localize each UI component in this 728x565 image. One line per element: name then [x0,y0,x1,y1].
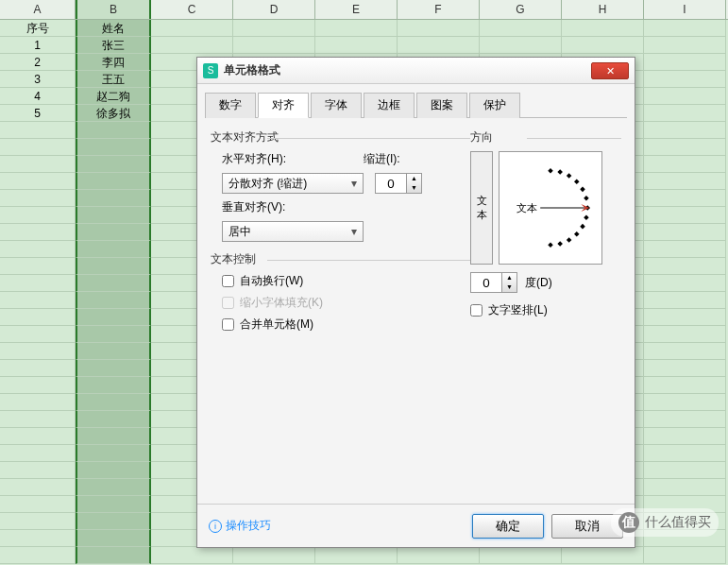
cell[interactable] [0,479,76,496]
cell[interactable] [76,122,151,139]
cell[interactable] [76,326,151,343]
cell[interactable] [76,513,151,530]
cell[interactable] [644,462,726,479]
cell[interactable] [76,547,151,564]
cell[interactable]: 姓名 [76,20,151,37]
cell[interactable] [76,224,151,241]
col-header-A[interactable]: A [0,0,76,19]
cell[interactable] [76,496,151,513]
cell[interactable] [398,547,480,564]
cell[interactable]: 3 [0,71,76,88]
tab-pattern[interactable]: 图案 [416,93,467,118]
cell[interactable] [562,37,644,54]
cell[interactable] [151,547,233,564]
cell[interactable] [76,292,151,309]
col-header-C[interactable]: C [151,0,233,19]
cell[interactable] [0,292,76,309]
tab-number[interactable]: 数字 [205,93,256,118]
cell[interactable] [76,411,151,428]
cell[interactable] [398,37,480,54]
cell[interactable] [644,173,726,190]
cell[interactable] [315,547,398,564]
cell[interactable] [76,139,151,156]
degree-spinner[interactable] [470,272,502,293]
cell[interactable] [644,309,726,326]
cell[interactable] [644,139,726,156]
cell[interactable] [644,241,726,258]
cell[interactable] [644,292,726,309]
cell[interactable] [480,20,562,37]
cell[interactable] [0,411,76,428]
cell[interactable] [644,275,726,292]
cell[interactable] [644,343,726,360]
cell[interactable] [562,20,644,37]
cell[interactable] [0,360,76,377]
cell[interactable] [233,20,315,37]
cell[interactable] [0,156,76,173]
cell[interactable] [76,343,151,360]
cell[interactable] [233,37,315,54]
cell[interactable] [644,326,726,343]
cell[interactable] [644,377,726,394]
wrap-checkbox[interactable]: 自动换行(W) [222,273,470,289]
cell[interactable]: 1 [0,37,76,54]
cell[interactable] [0,530,76,547]
cell[interactable] [76,241,151,258]
cell[interactable] [644,37,726,54]
tab-alignment[interactable]: 对齐 [258,93,309,118]
cell[interactable] [0,445,76,462]
cell[interactable] [76,258,151,275]
cell[interactable] [76,394,151,411]
tab-protect[interactable]: 保护 [469,93,520,118]
indent-spinner-buttons[interactable]: ▲▼ [407,173,422,194]
col-header-I[interactable]: I [644,0,726,19]
cell[interactable] [644,547,726,564]
cell[interactable]: 2 [0,54,76,71]
cell[interactable] [644,258,726,275]
cell[interactable] [76,360,151,377]
cell[interactable]: 5 [0,105,76,122]
cell[interactable]: 李四 [76,54,151,71]
col-header-E[interactable]: E [315,0,398,19]
cell[interactable] [0,309,76,326]
cell[interactable] [644,479,726,496]
cell[interactable] [76,479,151,496]
cell[interactable] [0,496,76,513]
cell[interactable] [233,547,315,564]
ok-button[interactable]: 确定 [472,514,544,539]
cell[interactable] [644,156,726,173]
vertical-text-button[interactable]: 文 本 [470,151,493,265]
cell[interactable] [0,190,76,207]
indent-spinner[interactable] [375,173,407,194]
cell[interactable] [480,37,562,54]
tab-border[interactable]: 边框 [364,93,415,118]
merge-checkbox[interactable]: 合并单元格(M) [222,317,470,333]
cell[interactable] [0,547,76,564]
cell[interactable] [0,428,76,445]
cell[interactable] [0,224,76,241]
cell[interactable] [644,88,726,105]
cell[interactable] [0,122,76,139]
degree-spinner-buttons[interactable]: ▲▼ [502,272,517,293]
cell[interactable] [76,190,151,207]
cell[interactable] [76,530,151,547]
cell[interactable] [644,54,726,71]
cell[interactable] [644,190,726,207]
cell[interactable] [480,547,562,564]
cell[interactable] [644,360,726,377]
cell[interactable] [151,37,233,54]
cell[interactable] [0,343,76,360]
tips-link[interactable]: i 操作技巧 [209,518,465,534]
cell[interactable] [76,173,151,190]
cell[interactable] [76,156,151,173]
cell[interactable] [398,20,480,37]
cell[interactable]: 4 [0,88,76,105]
close-button[interactable]: ✕ [591,62,629,79]
cell[interactable] [644,71,726,88]
cell[interactable] [76,428,151,445]
col-header-D[interactable]: D [233,0,315,19]
col-header-F[interactable]: F [398,0,480,19]
col-header-B[interactable]: B [76,0,151,19]
cell[interactable] [315,37,398,54]
cell[interactable] [0,207,76,224]
